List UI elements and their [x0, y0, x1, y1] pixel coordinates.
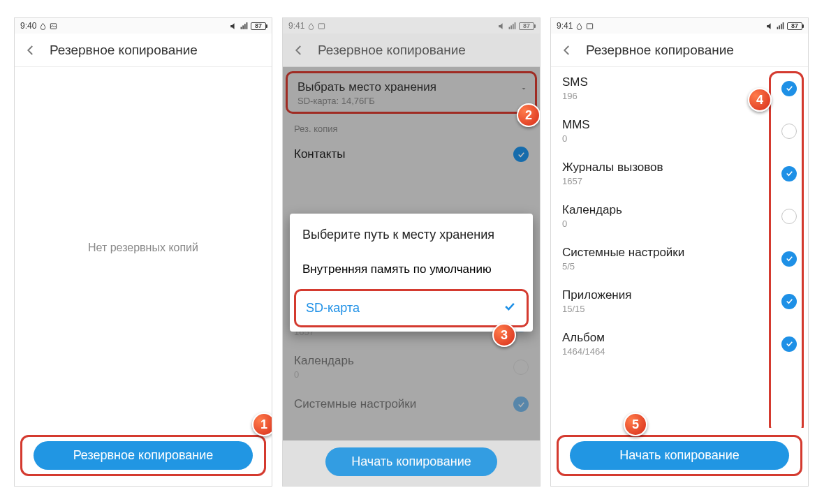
footer: Начать копирование 5	[551, 428, 808, 486]
picture-icon	[318, 22, 325, 30]
item-label: Альбом	[562, 331, 605, 345]
app-header: Резервное копирование	[283, 34, 540, 67]
svg-rect-14	[783, 22, 784, 29]
svg-rect-9	[515, 22, 516, 29]
item-count: 0	[562, 218, 622, 229]
svg-rect-2	[242, 25, 244, 29]
svg-rect-1	[241, 27, 242, 29]
page-title: Резервное копирование	[50, 43, 198, 58]
footer: Резервное копирование 1	[15, 428, 272, 486]
footer: Начать копирование	[283, 440, 540, 486]
checkbox-on-icon[interactable]	[781, 251, 797, 267]
battery-icon: 87	[519, 22, 534, 30]
svg-rect-6	[509, 27, 510, 29]
svg-rect-7	[510, 25, 512, 29]
item-count: 0	[562, 133, 590, 144]
screen-body: Нет резервных копий	[15, 67, 272, 428]
item-label: Системные настройки	[562, 246, 684, 260]
screen-body: 4 SMS196MMS0Журналы вызовов1657Календарь…	[551, 67, 808, 428]
dialog-option-sdcard[interactable]: SD-карта 3	[294, 289, 529, 327]
svg-rect-13	[781, 24, 782, 29]
step-badge-1: 1	[252, 413, 272, 436]
item-count: 196	[562, 91, 588, 101]
status-bar: 9:41 87	[283, 18, 540, 34]
checkbox-on-icon[interactable]	[781, 336, 797, 352]
signal-icon	[240, 22, 249, 31]
backup-button[interactable]: Резервное копирование	[34, 441, 253, 470]
storage-dialog: Выберите путь к месту хранения Внутрення…	[290, 214, 533, 332]
back-icon[interactable]	[293, 44, 305, 57]
screen-body: Выбрать место хранения SD-карта: 14,76ГБ…	[283, 67, 540, 440]
svg-rect-10	[587, 23, 593, 28]
phone-screen-3: 9:41 87 Резервное копирование 4 SMS196MM…	[550, 17, 809, 487]
back-icon[interactable]	[561, 44, 573, 57]
page-title: Резервное копирование	[586, 43, 734, 58]
list-item[interactable]: Календарь0	[551, 195, 808, 237]
item-count: 15/15	[562, 304, 631, 314]
empty-state-text: Нет резервных копий	[88, 242, 198, 254]
item-label: Приложения	[562, 288, 631, 302]
checkbox-off-icon[interactable]	[781, 209, 797, 224]
sdcard-label: SD-карта	[306, 301, 360, 316]
back-icon[interactable]	[24, 44, 37, 57]
checkbox-on-icon[interactable]	[781, 166, 797, 181]
check-icon	[503, 299, 517, 317]
step-badge-5: 5	[624, 413, 647, 436]
svg-rect-5	[319, 23, 325, 28]
item-label: Журналы вызовов	[562, 161, 663, 175]
backup-items-list: SMS196MMS0Журналы вызовов1657Календарь0С…	[551, 67, 808, 428]
highlight-box: Резервное копирование	[20, 435, 266, 476]
dialog-option-internal[interactable]: Внутренняя память по умолчанию	[290, 253, 533, 286]
phone-screen-1: 9:40 87 Резервное копирование Нет резерв…	[14, 17, 272, 487]
checkbox-off-icon[interactable]	[781, 124, 797, 139]
picture-icon	[50, 22, 57, 30]
svg-rect-11	[777, 27, 779, 29]
app-header: Резервное копирование	[551, 34, 808, 67]
item-count: 1464/1464	[562, 346, 605, 357]
volume-icon	[229, 22, 238, 31]
signal-icon	[508, 22, 517, 31]
step-badge-2: 2	[517, 103, 540, 127]
status-bar: 9:41 87	[551, 18, 808, 34]
signal-icon	[776, 22, 786, 31]
battery-icon: 87	[251, 22, 266, 30]
page-title: Резервное копирование	[318, 43, 466, 58]
start-copy-button[interactable]: Начать копирование	[325, 447, 497, 476]
volume-icon	[497, 22, 506, 31]
drop-icon	[575, 22, 583, 30]
svg-rect-3	[244, 24, 246, 29]
app-header: Резервное копирование	[15, 34, 272, 67]
step-badge-4: 4	[748, 88, 772, 112]
battery-icon: 87	[787, 22, 802, 30]
checkbox-on-icon[interactable]	[781, 81, 797, 96]
drop-icon	[307, 22, 315, 30]
svg-rect-8	[513, 24, 514, 29]
status-time: 9:40	[20, 21, 36, 31]
dialog-title: Выберите путь к месту хранения	[290, 226, 533, 253]
highlight-box: Начать копирование	[557, 435, 802, 476]
item-label: SMS	[562, 75, 588, 89]
status-time: 9:41	[288, 21, 304, 31]
list-item[interactable]: Альбом1464/1464	[551, 323, 808, 365]
list-item[interactable]: Приложения15/15	[551, 280, 808, 323]
list-item[interactable]: Системные настройки5/5	[551, 237, 808, 280]
picture-icon	[586, 22, 594, 30]
phone-screen-2: 9:41 87 Резервное копирование Выбрать ме…	[282, 17, 541, 487]
list-item[interactable]: Журналы вызовов1657	[551, 152, 808, 195]
checkbox-on-icon[interactable]	[781, 294, 797, 309]
start-copy-button[interactable]: Начать копирование	[570, 441, 789, 470]
drop-icon	[39, 22, 47, 30]
item-count: 1657	[562, 176, 663, 186]
svg-rect-4	[247, 22, 248, 29]
item-label: Календарь	[562, 203, 622, 217]
item-label: MMS	[562, 118, 590, 132]
volume-icon	[765, 22, 774, 31]
svg-rect-12	[779, 25, 780, 29]
status-time: 9:41	[557, 21, 573, 31]
status-bar: 9:40 87	[15, 18, 272, 34]
item-count: 5/5	[562, 261, 684, 272]
list-item[interactable]: MMS0	[551, 110, 808, 152]
